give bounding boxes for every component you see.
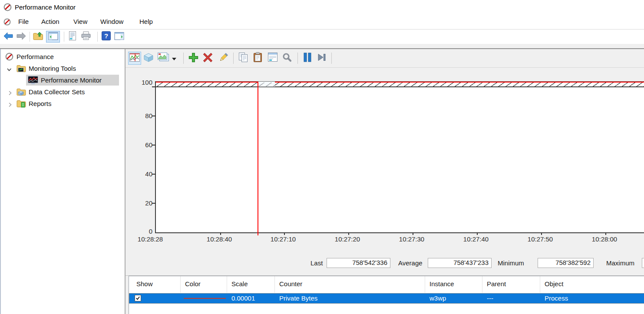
folder-cube-icon — [17, 88, 26, 98]
menu-action[interactable]: Action — [41, 18, 59, 25]
x-axis-label: 10:27:40 — [463, 235, 489, 243]
column-header-counter[interactable]: Counter — [275, 276, 425, 293]
delete-counter-icon — [203, 53, 213, 64]
menu-file[interactable]: File — [18, 18, 29, 25]
tree-item-performance[interactable]: Performance — [1, 51, 125, 63]
highlight-button[interactable] — [217, 52, 230, 65]
folder-monitor-icon — [17, 64, 26, 74]
y-tick — [152, 86, 156, 87]
menu-help[interactable]: Help — [139, 18, 153, 25]
tree-item-reports[interactable]: Reports — [1, 98, 125, 109]
stat-minimum-value: 758'382'592 — [538, 258, 594, 268]
x-axis-label: 10:27:30 — [399, 235, 424, 243]
properties-icon — [268, 53, 277, 64]
column-header-scale[interactable]: Scale — [227, 276, 275, 293]
instance-cell: w3wp — [425, 293, 482, 304]
counter-list: Show Color Scale Counter Instance Parent… — [129, 276, 644, 314]
sample-gap — [258, 82, 275, 87]
window-title: Performance Monitor — [15, 3, 76, 11]
show-hide-console-tree-button[interactable] — [46, 31, 60, 43]
menu-bar: File Action View Window Help — [0, 15, 644, 30]
forward-icon — [16, 32, 26, 42]
performance-monitor-window: { "colors": { "accent_blue": "#0078d7", … — [0, 0, 644, 314]
show-hide-action-pane-icon — [114, 32, 124, 42]
chart-plot-area — [155, 81, 644, 233]
export-list-button[interactable] — [66, 31, 79, 43]
x-axis-label: 10:27:20 — [335, 235, 360, 243]
menu-window[interactable]: Window — [100, 18, 123, 25]
y-tick — [152, 203, 156, 204]
back-icon — [3, 32, 13, 42]
tree-item-label: Performance Monitor — [41, 76, 102, 84]
delete-counter-button[interactable] — [201, 52, 214, 65]
add-counter-icon — [188, 52, 199, 65]
tree-item-label: Monitoring Tools — [29, 65, 76, 72]
properties-button[interactable] — [266, 52, 279, 65]
scale-cell: 0.00001 — [227, 293, 275, 304]
current-time-marker-line — [258, 83, 258, 235]
performance-monitor-view: 100 80 60 40 20 0 10:28:28 10:28:40 10:2… — [125, 49, 644, 314]
perfmon-gauge-icon — [5, 53, 13, 63]
copy-properties-icon — [238, 52, 248, 64]
counter-color-swatch — [184, 298, 226, 299]
change-graph-type-button[interactable] — [157, 52, 170, 65]
x-tick — [284, 232, 285, 235]
print-button[interactable] — [80, 31, 92, 43]
tree-item-data-collector-sets[interactable]: Data Collector Sets — [1, 86, 125, 98]
toolbar-separator — [233, 53, 234, 64]
show-cell — [129, 293, 181, 304]
parent-cell: --- — [482, 293, 540, 304]
y-tick — [152, 145, 156, 145]
help-icon: ? — [102, 31, 111, 42]
menu-view[interactable]: View — [73, 18, 87, 25]
y-axis-label: 0 — [133, 228, 152, 235]
column-header-color[interactable]: Color — [181, 276, 227, 293]
x-tick — [413, 232, 413, 235]
perfmon-gauge-icon — [3, 18, 11, 27]
tree-item-performance-monitor[interactable]: Performance Monitor — [1, 75, 125, 86]
color-cell — [181, 293, 227, 304]
show-checkbox[interactable] — [135, 295, 141, 301]
copy-properties-button[interactable] — [237, 52, 250, 65]
perfmon-gauge-icon — [3, 3, 12, 13]
graph-type-dropdown[interactable] — [171, 52, 178, 65]
tree-item-monitoring-tools[interactable]: Monitoring Tools — [1, 63, 125, 74]
column-header-object[interactable]: Object — [540, 276, 644, 293]
forward-button[interactable] — [15, 31, 27, 43]
view-log-data-icon — [143, 53, 154, 64]
view-current-activity-button[interactable] — [128, 52, 141, 65]
column-header-show[interactable]: Show — [129, 276, 181, 293]
tree-item-label: Data Collector Sets — [29, 88, 85, 96]
freeze-display-button[interactable] — [301, 52, 314, 65]
back-button[interactable] — [2, 31, 14, 43]
view-current-activity-icon — [129, 53, 140, 64]
view-log-data-button[interactable] — [142, 52, 155, 65]
toolbar-separator — [297, 53, 298, 64]
chevron-down-icon[interactable] — [7, 66, 12, 74]
column-header-parent[interactable]: Parent — [482, 276, 540, 293]
help-button[interactable]: ? — [100, 31, 112, 43]
graph-type-dropdown-caret — [172, 54, 176, 62]
counter-row-private-bytes[interactable]: 0.00001 Private Bytes w3wp --- Process — [129, 293, 644, 304]
tree-item-label: Performance — [17, 53, 54, 60]
chevron-right-icon[interactable] — [7, 101, 13, 109]
add-counter-button[interactable] — [187, 52, 200, 65]
export-list-icon — [68, 31, 77, 42]
counter-legend-area: Show Color Scale Counter Instance Parent… — [125, 275, 644, 314]
paste-counter-list-button[interactable] — [251, 52, 264, 65]
stat-maximum-value — [642, 258, 644, 268]
update-data-button[interactable] — [315, 52, 328, 65]
zoom-button[interactable] — [281, 52, 294, 65]
stat-last-value: 758'542'336 — [327, 258, 390, 268]
chevron-right-icon[interactable] — [7, 89, 13, 97]
chart-screen-icon — [28, 76, 38, 86]
column-header-instance[interactable]: Instance — [425, 276, 482, 293]
pause-icon — [304, 53, 311, 64]
toolbar-separator — [183, 53, 184, 64]
stat-average-value: 758'437'233 — [428, 258, 492, 268]
perfmon-toolbar — [125, 49, 644, 68]
change-graph-type-icon — [158, 53, 169, 64]
up-one-level-button[interactable] — [32, 31, 44, 43]
y-axis-label: 20 — [133, 199, 152, 207]
show-hide-action-pane-button[interactable] — [113, 31, 125, 43]
